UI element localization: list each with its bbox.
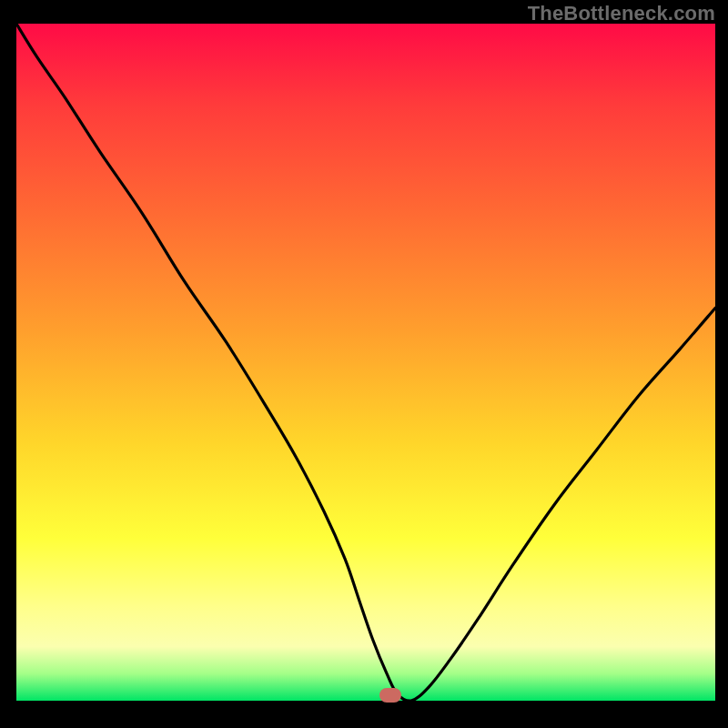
bottleneck-curve	[16, 24, 715, 701]
chart-frame: TheBottleneck.com	[0, 0, 728, 728]
watermark-text: TheBottleneck.com	[528, 2, 715, 25]
plot-area	[16, 24, 715, 701]
optimum-marker	[379, 688, 401, 703]
